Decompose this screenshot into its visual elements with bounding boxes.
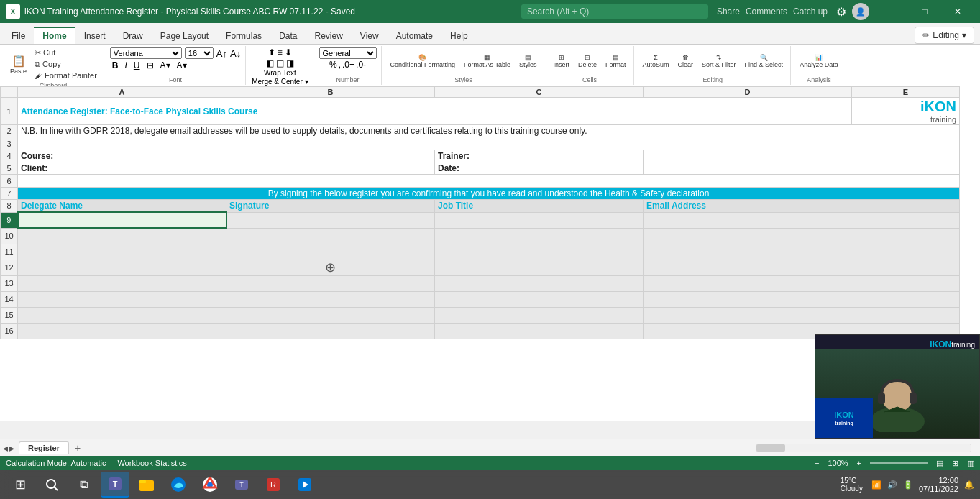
tab-file[interactable]: File (3, 27, 34, 44)
cell-11c[interactable] (435, 244, 644, 260)
row-num-11[interactable]: 11 (1, 244, 18, 260)
row-num-2[interactable]: 2 (1, 125, 18, 137)
row-num-5[interactable]: 5 (1, 162, 18, 175)
scroll-right-button[interactable]: ▸ (9, 442, 14, 454)
format-painter-button[interactable]: 🖌 Format Painter (32, 70, 99, 81)
row-num-1[interactable]: 1 (1, 98, 18, 125)
format-as-table-button[interactable]: ▦ Format As Table (461, 52, 513, 70)
user-avatar[interactable]: 👤 (852, 3, 869, 20)
close-button[interactable]: ✕ (941, 0, 974, 23)
cell-11a[interactable] (18, 244, 226, 260)
decrease-decimal-button[interactable]: .0- (356, 60, 366, 70)
cell-14d[interactable] (644, 291, 960, 307)
teams-taskbar-button[interactable]: T (101, 472, 129, 498)
cell-15a[interactable] (18, 307, 226, 323)
cell-14b[interactable] (226, 291, 435, 307)
start-button[interactable]: ⊞ (6, 472, 35, 498)
volume-icon[interactable]: 🔊 (887, 480, 897, 490)
font-size-select[interactable]: 16 (185, 47, 214, 59)
row-num-9[interactable]: 9 (1, 212, 18, 228)
col-header-a[interactable]: A (18, 87, 226, 98)
taskbar-time[interactable]: 12:00 07/11/2022 (919, 476, 958, 493)
cell-11d[interactable] (644, 244, 960, 260)
analyze-data-button[interactable]: 📊 Analyze Data (797, 52, 841, 70)
editing-mode-button[interactable]: ✏ Editing ▾ (915, 27, 974, 44)
row-num-4[interactable]: 4 (1, 150, 18, 162)
copy-button[interactable]: ⧉ Copy (32, 59, 99, 70)
row-num-13[interactable]: 13 (1, 275, 18, 291)
cell-12a[interactable] (18, 260, 226, 275)
find-select-button[interactable]: 🔍 Find & Select (742, 52, 787, 70)
tab-data[interactable]: Data (270, 27, 306, 44)
add-sheet-button[interactable]: + (70, 441, 85, 455)
comments-button[interactable]: Comments (746, 6, 787, 17)
cell-14c[interactable] (435, 291, 644, 307)
cell-13b[interactable] (226, 275, 435, 291)
clear-button[interactable]: 🗑 Clear (675, 52, 697, 70)
number-format-select[interactable]: General (319, 47, 377, 59)
normal-view-button[interactable]: ▤ (936, 459, 943, 468)
row-num-6[interactable]: 6 (1, 175, 18, 188)
tab-home[interactable]: Home (34, 27, 75, 44)
format-button[interactable]: ▤ Format (603, 52, 629, 70)
wrap-text-button[interactable]: Wrap Text (264, 69, 296, 77)
cell-9c[interactable] (435, 212, 644, 228)
conditional-formatting-button[interactable]: 🎨 Conditional Formatting (388, 52, 459, 70)
row-num-14[interactable]: 14 (1, 291, 18, 307)
font-name-select[interactable]: Verdana (110, 47, 182, 59)
tab-page-layout[interactable]: Page Layout (152, 27, 217, 44)
cell-9a[interactable] (18, 212, 226, 228)
cell-16c[interactable] (435, 323, 644, 339)
share-button[interactable]: Share (717, 6, 740, 17)
explorer-taskbar-button[interactable] (132, 472, 161, 498)
catchup-button[interactable]: Catch up (793, 6, 828, 17)
increase-decimal-button[interactable]: .0+ (342, 60, 354, 70)
battery-icon[interactable]: 🔋 (903, 480, 913, 490)
chrome-taskbar-button[interactable] (196, 472, 224, 498)
cell-11b[interactable] (226, 244, 435, 260)
align-left-button[interactable]: ◧ (266, 58, 274, 68)
cell-15d[interactable] (644, 307, 960, 323)
merge-center-button[interactable]: Merge & Center ▾ (252, 78, 308, 86)
course-value[interactable] (226, 150, 435, 162)
tab-review[interactable]: Review (306, 27, 351, 44)
col-header-b[interactable]: B (226, 87, 435, 98)
font-grow-button[interactable]: A↑ (216, 48, 227, 59)
teams2-taskbar-button[interactable]: T (227, 472, 256, 498)
gdpr-cell[interactable]: N.B. In line with GDPR 2018, delegate em… (18, 125, 960, 137)
zoom-out-button[interactable]: − (815, 459, 819, 467)
font-color-button[interactable]: A▾ (175, 60, 189, 71)
cell-styles-button[interactable]: ▤ Styles (516, 52, 540, 70)
cell-12d[interactable] (644, 260, 960, 275)
bold-button[interactable]: B (110, 60, 121, 71)
cut-button[interactable]: ✂ Cut (32, 47, 99, 58)
row-num-7[interactable]: 7 (1, 188, 18, 200)
search-input[interactable] (521, 4, 708, 19)
title-cell[interactable]: Attendance Register: Face-to-Face Physic… (18, 98, 852, 125)
cell-10c[interactable] (435, 228, 644, 244)
italic-button[interactable]: I (123, 60, 129, 71)
maximize-button[interactable]: □ (908, 0, 941, 23)
cell-16b[interactable] (226, 323, 435, 339)
wifi-icon[interactable]: 📶 (871, 480, 881, 490)
col-header-c[interactable]: C (435, 87, 644, 98)
ruby-taskbar-button[interactable]: R (259, 472, 288, 498)
cell-12b[interactable]: ⊕ (226, 260, 435, 275)
cell-13d[interactable] (644, 275, 960, 291)
cell-3a[interactable] (18, 137, 960, 150)
row-num-8[interactable]: 8 (1, 200, 18, 213)
tab-help[interactable]: Help (441, 27, 477, 44)
font-shrink-button[interactable]: A↓ (230, 48, 241, 59)
tab-formulas[interactable]: Formulas (217, 27, 270, 44)
align-top-button[interactable]: ⬆ (268, 47, 275, 58)
tab-automate[interactable]: Automate (388, 27, 441, 44)
horizontal-scrollbar[interactable] (756, 444, 971, 452)
underline-button[interactable]: U (132, 60, 142, 71)
page-layout-view-button[interactable]: ⊞ (952, 459, 958, 468)
cell-15c[interactable] (435, 307, 644, 323)
taskview-button[interactable]: ⧉ (69, 472, 98, 498)
delete-button[interactable]: ⊟ Delete (575, 52, 600, 70)
tab-view[interactable]: View (352, 27, 388, 44)
minimize-button[interactable]: ─ (875, 0, 908, 23)
align-middle-button[interactable]: ≡ (278, 47, 283, 58)
